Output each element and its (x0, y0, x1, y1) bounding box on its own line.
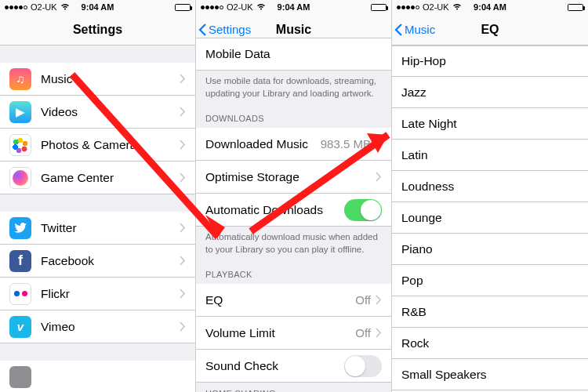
volume-limit-row[interactable]: Volume Limit Off (196, 317, 391, 350)
row-label: Mobile Data (205, 47, 382, 61)
eq-row[interactable]: EQ Off (196, 284, 391, 317)
settings-row-flickr[interactable]: Flickr (0, 278, 195, 310)
eq-option-row[interactable]: Piano (392, 234, 588, 265)
chevron-right-icon (180, 140, 186, 150)
row-label: Optimise Storage (205, 170, 376, 184)
row-label: Videos (41, 105, 180, 119)
battery-icon (175, 4, 191, 11)
settings-row-vimeo[interactable]: v Vimeo (0, 310, 195, 343)
back-button[interactable]: Music (392, 23, 435, 37)
twitter-icon (9, 217, 31, 239)
settings-row-generic[interactable] (0, 361, 195, 392)
status-bar: O2-UK 9:04 AM (0, 0, 195, 14)
eq-screen: O2-UK 9:04 AM Music EQ Hip-HopJazzLate N… (392, 0, 588, 392)
row-label: Photos & Camera (41, 138, 180, 152)
status-time: 9:04 AM (278, 2, 310, 12)
downloads-header: DOWNLOADS (196, 107, 391, 128)
vimeo-icon: v (9, 316, 31, 338)
row-label: Music (41, 72, 180, 86)
settings-row-music[interactable]: ♫ Music (0, 63, 195, 96)
back-label: Music (405, 23, 435, 36)
chevron-right-icon (376, 172, 382, 182)
row-label: Hip-Hop (401, 54, 579, 68)
settings-row-game-center[interactable]: Game Center (0, 162, 195, 194)
wifi-icon (452, 2, 462, 12)
chevron-right-icon (376, 139, 382, 149)
navbar: Music EQ (392, 14, 588, 45)
row-label: Late Night (401, 117, 579, 131)
row-label: Jazz (401, 85, 579, 100)
carrier-label: O2-UK (423, 2, 449, 12)
videos-icon: ▶ (9, 101, 31, 123)
eq-option-row[interactable]: Loudness (392, 171, 588, 202)
page-title: Settings (0, 23, 195, 37)
game-center-icon (9, 167, 31, 189)
battery-icon (568, 4, 583, 11)
chevron-right-icon (376, 328, 382, 338)
row-label: Vimeo (41, 320, 180, 334)
settings-row-twitter[interactable]: Twitter (0, 212, 195, 245)
mobile-data-footer: Use mobile data for downloads, streaming… (196, 71, 391, 107)
eq-option-row[interactable]: Rock (392, 328, 588, 359)
back-label: Settings (209, 23, 251, 36)
row-label: R&B (401, 305, 579, 319)
eq-option-row[interactable]: Hip-Hop (392, 45, 588, 77)
chevron-right-icon (180, 289, 186, 299)
chevron-right-icon (180, 256, 186, 266)
row-value: 983.5 MB (321, 137, 371, 151)
automatic-downloads-row[interactable]: Automatic Downloads (196, 194, 391, 227)
settings-row-photos-camera[interactable]: Photos & Camera (0, 129, 195, 162)
row-label: Pop (401, 274, 579, 288)
row-value: Off (355, 326, 371, 339)
row-label: Downloaded Music (205, 137, 321, 151)
settings-screen: O2-UK 9:04 AM Settings ♫ Music ▶ Videos (0, 0, 196, 392)
row-label: Game Center (41, 171, 180, 185)
row-value: Off (355, 293, 371, 307)
eq-option-row[interactable]: Late Night (392, 108, 588, 140)
signal-dots-icon (201, 5, 223, 9)
battery-icon (371, 4, 387, 11)
sound-check-row[interactable]: Sound Check (196, 350, 391, 383)
row-label: Loudness (401, 180, 579, 194)
eq-option-row[interactable]: Pop (392, 265, 588, 296)
home-sharing-header: HOME SHARING (196, 383, 391, 392)
carrier-label: O2-UK (227, 2, 253, 12)
flickr-icon (9, 283, 31, 305)
facebook-icon: f (9, 250, 31, 272)
row-label: Piano (401, 242, 579, 256)
mobile-data-row[interactable]: Mobile Data (196, 38, 391, 71)
settings-row-facebook[interactable]: f Facebook (0, 245, 195, 278)
row-label: Volume Limit (205, 326, 355, 340)
back-button[interactable]: Settings (196, 23, 251, 37)
row-label: Sound Check (205, 359, 344, 373)
chevron-right-icon (180, 321, 186, 332)
row-label: EQ (205, 293, 355, 307)
row-label: Automatic Downloads (205, 203, 344, 217)
carrier-label: O2-UK (31, 2, 57, 12)
downloaded-music-row[interactable]: Downloaded Music 983.5 MB (196, 128, 391, 161)
auto-download-footer: Automatically download music when added … (196, 227, 391, 263)
eq-option-row[interactable]: Small Speakers (392, 359, 588, 390)
status-bar: O2-UK 9:04 AM (392, 0, 588, 14)
chevron-left-icon (198, 23, 209, 37)
app-icon (9, 366, 31, 388)
chevron-right-icon (376, 295, 382, 305)
status-bar: O2-UK 9:04 AM (196, 0, 391, 14)
automatic-downloads-toggle[interactable] (344, 199, 382, 221)
chevron-left-icon (394, 23, 405, 37)
row-label: Facebook (41, 254, 180, 268)
eq-option-row[interactable]: Lounge (392, 202, 588, 234)
sound-check-toggle[interactable] (344, 355, 382, 377)
chevron-right-icon (180, 172, 186, 183)
signal-dots-icon (5, 5, 27, 9)
chevron-right-icon (180, 107, 186, 117)
row-label: Latin (401, 148, 579, 162)
row-label: Small Speakers (401, 368, 579, 382)
music-icon: ♫ (9, 68, 31, 90)
optimise-storage-row[interactable]: Optimise Storage (196, 161, 391, 194)
settings-row-videos[interactable]: ▶ Videos (0, 96, 195, 129)
eq-option-row[interactable]: Latin (392, 140, 588, 171)
status-time: 9:04 AM (474, 2, 506, 12)
eq-option-row[interactable]: Jazz (392, 77, 588, 108)
eq-option-row[interactable]: R&B (392, 296, 588, 328)
